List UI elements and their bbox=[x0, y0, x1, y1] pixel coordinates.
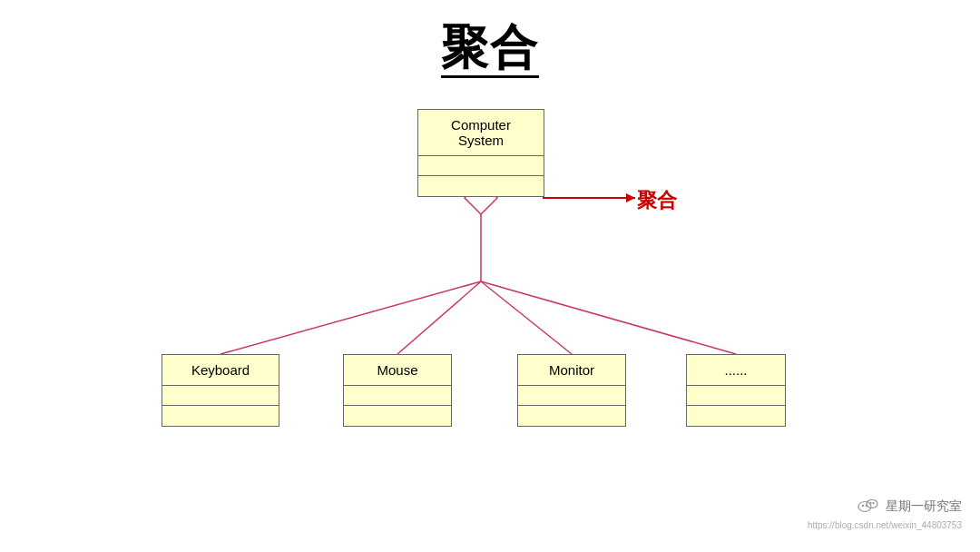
computer-system-box: Computer System bbox=[417, 109, 544, 197]
mouse-box: Mouse bbox=[343, 354, 452, 427]
diagram-svg bbox=[0, 0, 980, 552]
keyboard-box: Keyboard bbox=[162, 354, 279, 427]
brand-name: 星期一研究室 bbox=[886, 498, 962, 515]
root-attr1 bbox=[418, 156, 544, 176]
svg-point-3 bbox=[867, 500, 877, 508]
root-attr2 bbox=[418, 176, 544, 196]
page-title: 聚合 bbox=[441, 16, 539, 80]
mouse-attr2 bbox=[344, 406, 451, 426]
line-to-keyboard bbox=[220, 281, 481, 354]
annotation-arrowhead bbox=[626, 193, 635, 202]
svg-point-5 bbox=[872, 502, 874, 504]
etc-label: ...... bbox=[687, 355, 785, 386]
line-to-etc bbox=[481, 281, 736, 354]
etc-attr1 bbox=[687, 386, 785, 406]
monitor-box: Monitor bbox=[517, 354, 626, 427]
monitor-attr2 bbox=[518, 406, 625, 426]
svg-point-4 bbox=[869, 502, 871, 504]
monitor-label: Monitor bbox=[518, 355, 625, 386]
annotation-area: 聚合 bbox=[637, 187, 677, 214]
etc-box: ...... bbox=[686, 354, 786, 427]
mouse-label: Mouse bbox=[344, 355, 451, 386]
keyboard-attr2 bbox=[162, 406, 279, 426]
svg-point-0 bbox=[858, 502, 871, 512]
footer-url: https://blog.csdn.net/weixin_44803753 bbox=[808, 520, 962, 530]
title-area: 聚合 bbox=[441, 16, 539, 80]
svg-point-1 bbox=[862, 505, 864, 507]
keyboard-label: Keyboard bbox=[162, 355, 279, 386]
annotation-text: 聚合 bbox=[637, 187, 677, 214]
monitor-attr1 bbox=[518, 386, 625, 406]
footer: 星期一研究室 https://blog.csdn.net/weixin_4480… bbox=[808, 495, 962, 530]
keyboard-attr1 bbox=[162, 386, 279, 406]
computer-system-label: Computer System bbox=[418, 110, 544, 156]
brand-logo-icon bbox=[857, 495, 880, 518]
line-to-monitor bbox=[481, 281, 572, 354]
etc-attr2 bbox=[687, 406, 785, 426]
mouse-attr1 bbox=[344, 386, 451, 406]
line-to-mouse bbox=[397, 281, 481, 354]
